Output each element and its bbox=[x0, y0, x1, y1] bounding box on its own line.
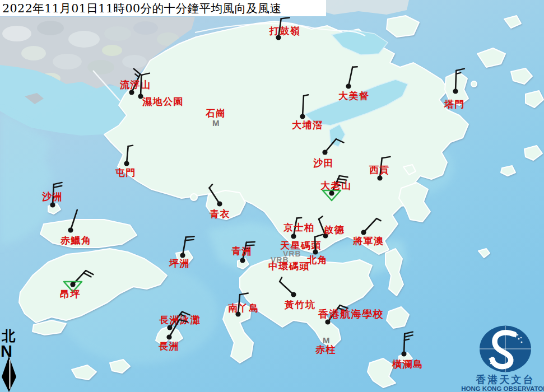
station-label: 濕地公園 bbox=[142, 96, 184, 107]
station-label: 啟德 bbox=[323, 224, 345, 235]
hko-logo-name-en: HONG KONG OBSERVATORY bbox=[461, 385, 544, 392]
wind-barb-tick bbox=[185, 240, 194, 240]
hko-wind-map: 打鼓嶺流浮山濕地公園M石崗大美督塔門大埔滘沙田西貢大老山沙洲屯門青衣赤鱲角昂坪坪… bbox=[0, 0, 544, 392]
station-dot bbox=[129, 90, 134, 95]
station-label: 塔門 bbox=[444, 99, 465, 110]
ma-wan-island bbox=[190, 194, 197, 200]
station-label: 坪洲 bbox=[169, 258, 190, 269]
missing-data-text: M bbox=[212, 118, 220, 128]
wind-barb-tick bbox=[247, 242, 255, 242]
station-label: 大美督 bbox=[338, 90, 370, 101]
islet-ne-1 bbox=[471, 81, 477, 87]
station-label: 將軍澳 bbox=[352, 235, 384, 246]
station-label: 沙田 bbox=[313, 157, 334, 169]
station-label: 長洲 bbox=[159, 340, 179, 352]
station-dot bbox=[453, 88, 458, 94]
station-dot bbox=[329, 190, 334, 195]
compass-north-en: N bbox=[1, 342, 12, 360]
station-dot bbox=[217, 201, 222, 206]
station-dot bbox=[291, 234, 296, 239]
station-dot bbox=[68, 227, 73, 232]
hko-logo-name-zh: 香港天文台 bbox=[476, 374, 535, 385]
station-label: 香港航海學校 bbox=[318, 308, 384, 320]
station-label: 西貢 bbox=[369, 164, 390, 175]
wind-barb-tick bbox=[297, 218, 301, 218]
title-bar: 2022年11月01日11時00分的十分鐘平均風向及風速 bbox=[0, 0, 326, 16]
wind-barb-tick bbox=[186, 236, 194, 237]
station-dot bbox=[322, 150, 327, 155]
compass-north-zh: 北 bbox=[1, 328, 16, 344]
station-dot bbox=[325, 319, 330, 324]
station-label: 赤柱 bbox=[315, 344, 336, 355]
station-label: 大老山 bbox=[320, 180, 352, 191]
station-label: 京士柏 bbox=[283, 222, 315, 233]
station-label: 石崗 bbox=[205, 108, 226, 119]
station-dot bbox=[401, 351, 406, 356]
station-label: 沙洲 bbox=[41, 191, 63, 202]
station-dot bbox=[124, 161, 129, 166]
station-dot bbox=[300, 114, 305, 119]
station-dot bbox=[361, 230, 366, 235]
station-label: 橫瀾島 bbox=[392, 358, 424, 370]
map-canvas: 打鼓嶺流浮山濕地公園M石崗大美督塔門大埔滘沙田西貢大老山沙洲屯門青衣赤鱲角昂坪坪… bbox=[0, 0, 544, 392]
map-title: 2022年11月01日11時00分的十分鐘平均風向及風速 bbox=[0, 1, 282, 16]
station-label: 黃竹坑 bbox=[284, 299, 316, 310]
station-label: 中環碼頭 bbox=[268, 260, 310, 272]
station-dot bbox=[291, 292, 296, 297]
station-dot bbox=[346, 83, 351, 88]
station-dot bbox=[70, 282, 75, 287]
station-label: 青洲 bbox=[231, 245, 252, 256]
station-label: 打鼓嶺 bbox=[269, 25, 301, 36]
wind-barb-tick bbox=[128, 146, 133, 146]
station-label: 昂坪 bbox=[60, 288, 81, 300]
station-label: 大埔滘 bbox=[292, 119, 323, 130]
station-label: 屯門 bbox=[115, 167, 136, 178]
station-label: 青衣 bbox=[210, 208, 230, 220]
station-label: 流浮山 bbox=[119, 79, 151, 90]
station-dot bbox=[166, 334, 171, 339]
station-dot bbox=[377, 175, 382, 180]
station-label: 赤鱲角 bbox=[60, 235, 92, 246]
wind-barb-staff bbox=[141, 75, 141, 96]
station-dot bbox=[167, 325, 172, 330]
station-dot bbox=[240, 258, 245, 263]
station-label: 南丫島 bbox=[228, 302, 259, 314]
station-dot bbox=[50, 202, 55, 207]
